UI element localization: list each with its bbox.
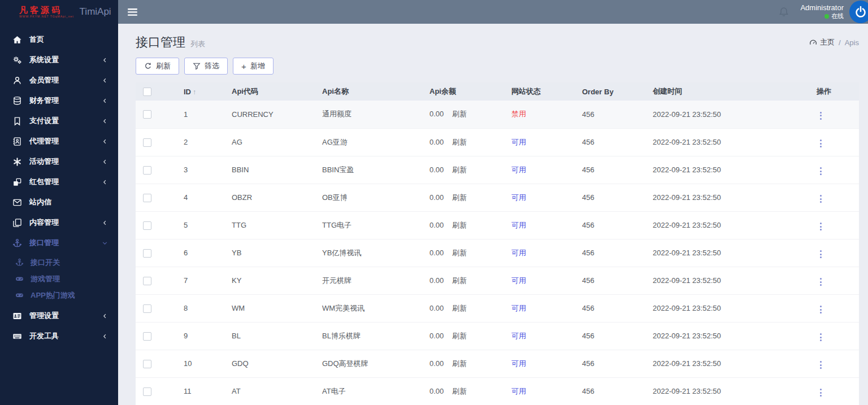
status-text[interactable]: 可用 [511,193,526,202]
balance-refresh-link[interactable]: 刷新 [452,110,467,118]
balance-refresh-link[interactable]: 刷新 [452,359,467,368]
brand-logo-sub-text: WWW.FKYM.NET TGqMApi_net [19,15,74,18]
status-text[interactable]: 可用 [511,249,526,257]
row-checkbox[interactable] [143,138,151,147]
balance-refresh-link[interactable]: 刷新 [452,221,467,229]
status-text[interactable]: 可用 [511,276,526,285]
row-checkbox[interactable] [143,166,151,175]
column-header-order-by[interactable]: Order By [574,82,644,101]
avatar[interactable] [849,1,868,23]
cell-order-by: 456 [574,267,644,294]
row-actions-kebab-icon[interactable] [817,331,825,343]
gears-icon [12,55,22,65]
row-actions-kebab-icon[interactable] [817,386,825,399]
sidebar-subitem-game-management[interactable]: 游戏管理 [0,271,118,287]
balance-refresh-link[interactable]: 刷新 [452,276,467,285]
column-header-id[interactable]: ID↑ [175,82,223,101]
chevron-down-icon [102,240,108,246]
sidebar-item-admin-settings[interactable]: 管理设置 [0,306,118,326]
column-header-api-code[interactable]: Api代码 [223,82,314,101]
row-actions-kebab-icon[interactable] [817,276,825,288]
row-actions-kebab-icon[interactable] [817,137,825,150]
chevron-left-icon [102,313,108,319]
brand-logo[interactable]: 凡客源码 WWW.FKYM.NET TGqMApi_net TimiApi [0,0,118,24]
row-checkbox[interactable] [143,110,151,119]
status-text[interactable]: 禁用 [511,110,526,118]
filter-button-label: 筛选 [205,61,219,71]
filter-button[interactable]: 筛选 [184,58,228,75]
sidebar-item-api-management[interactable]: 接口管理 [0,233,118,253]
table-row: 8 WM WM完美视讯 0.00 刷新 可用 456 2022-09-21 23… [136,294,859,322]
sidebar-item-content-management[interactable]: 内容管理 [0,212,118,233]
sidebar: 凡客源码 WWW.FKYM.NET TGqMApi_net TimiApi 首页… [0,0,118,405]
row-checkbox[interactable] [143,221,151,230]
row-actions-kebab-icon[interactable] [817,303,825,316]
add-button[interactable]: + 新增 [233,58,274,75]
select-all-checkbox[interactable] [143,88,151,96]
balance-refresh-link[interactable]: 刷新 [452,249,467,257]
chevron-left-icon [102,57,108,63]
sidebar-item-redpacket-management[interactable]: 红包管理 [0,172,118,192]
status-text[interactable]: 可用 [511,359,526,368]
balance-refresh-link[interactable]: 刷新 [452,387,467,395]
chevron-left-icon [102,118,108,124]
sidebar-item-payment-settings[interactable]: 支付设置 [0,111,118,131]
balance-refresh-link[interactable]: 刷新 [452,166,467,174]
balance-refresh-link[interactable]: 刷新 [452,332,467,340]
status-text[interactable]: 可用 [511,138,526,146]
sidebar-item-home[interactable]: 首页 [0,29,118,50]
row-actions-kebab-icon[interactable] [817,248,825,260]
cell-created-at: 2022-09-21 23:52:50 [644,267,802,294]
row-checkbox[interactable] [143,387,151,396]
topbar: Administrator 在线 [118,0,868,24]
row-checkbox[interactable] [143,332,151,341]
row-actions-kebab-icon[interactable] [817,220,825,233]
power-icon [854,6,867,18]
row-checkbox[interactable] [143,249,151,258]
refresh-button[interactable]: 刷新 [136,58,179,75]
balance-refresh-link[interactable]: 刷新 [452,304,467,312]
sidebar-subitem-api-switch[interactable]: 接口开关 [0,254,118,271]
row-actions-kebab-icon[interactable] [817,359,825,371]
user-menu[interactable]: Administrator 在线 [800,3,844,20]
sidebar-item-agent-management[interactable]: 代理管理 [0,131,118,151]
cell-site-status: 可用 [503,377,574,405]
breadcrumb-home-link[interactable]: 主页 [809,37,835,47]
table-row: 9 BL BL博乐棋牌 0.00 刷新 可用 456 2022-09-21 23… [136,322,859,350]
cell-site-status: 禁用 [503,101,574,128]
sidebar-item-member-management[interactable]: 会员管理 [0,70,118,90]
sidebar-subitem-app-hot-games[interactable]: APP热门游戏 [0,287,118,303]
status-text[interactable]: 可用 [511,304,526,312]
row-checkbox[interactable] [143,304,151,313]
row-actions-kebab-icon[interactable] [817,165,825,177]
cell-site-status: 可用 [503,239,574,267]
balance-refresh-link[interactable]: 刷新 [452,138,467,146]
row-checkbox[interactable] [143,277,151,285]
row-actions-kebab-icon[interactable] [817,193,825,205]
status-text[interactable]: 可用 [511,221,526,229]
sidebar-item-activity-management[interactable]: 活动管理 [0,151,118,172]
row-checkbox[interactable] [143,194,151,202]
bell-icon[interactable] [779,6,789,18]
column-header-site-status[interactable]: 网站状态 [503,82,574,101]
column-header-api-balance[interactable]: Api余额 [421,82,503,101]
status-text[interactable]: 可用 [511,387,526,395]
row-actions-kebab-icon[interactable] [817,110,825,122]
menu-toggle-button[interactable] [118,0,146,24]
dashboard-icon [809,38,817,46]
sidebar-item-site-message[interactable]: 站内信 [0,192,118,212]
sidebar-item-dev-tools[interactable]: 开发工具 [0,326,118,346]
main-content: 接口管理 列表 主页 / Apis 刷新 筛选 [118,24,868,405]
row-checkbox[interactable] [143,360,151,368]
status-text[interactable]: 可用 [511,332,526,340]
sidebar-item-finance-management[interactable]: 财务管理 [0,90,118,111]
column-header-api-name[interactable]: Api名称 [314,82,421,101]
table-row: 7 KY 开元棋牌 0.00 刷新 可用 456 2022-09-21 23:5… [136,267,859,294]
balance-refresh-link[interactable]: 刷新 [452,193,467,202]
refresh-icon [144,62,152,70]
sidebar-item-system-settings[interactable]: 系统设置 [0,50,118,70]
cell-api-code: YB [223,239,314,267]
sidebar-subitem-label: 游戏管理 [31,274,60,284]
status-text[interactable]: 可用 [511,166,526,174]
column-header-created-at[interactable]: 创建时间 [644,82,802,101]
